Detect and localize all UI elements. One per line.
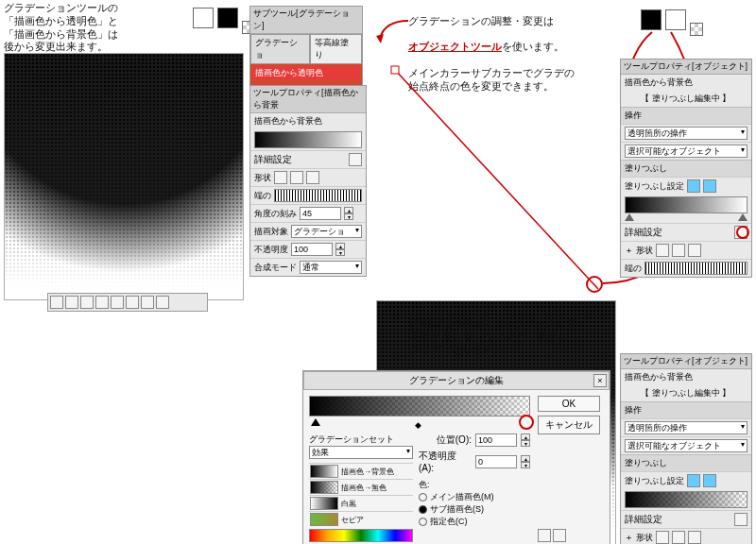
shape-label: 形状 — [254, 172, 271, 184]
opacity-spin[interactable]: ▴▾ — [335, 243, 345, 256]
swatch-white[interactable] — [665, 9, 686, 30]
detail-label[interactable]: 詳細設定 — [254, 153, 292, 166]
gradient-preview-right[interactable] — [625, 196, 747, 213]
stop-start-icon[interactable] — [625, 213, 634, 221]
fillset-btn[interactable] — [687, 474, 700, 487]
edge-label: 端の — [254, 190, 271, 202]
fillset-btn1[interactable] — [687, 179, 700, 193]
gradient-preview-bottom[interactable] — [625, 491, 747, 508]
canvas-left[interactable] — [4, 53, 244, 300]
detail-label2[interactable]: 詳細設定 — [625, 226, 662, 239]
ok-button[interactable]: OK — [538, 396, 600, 412]
shape-opt[interactable] — [656, 531, 669, 544]
preset-rainbow[interactable] — [309, 529, 413, 542]
radio-sub[interactable]: サブ描画色(S) — [430, 503, 484, 516]
item-to-transparent[interactable]: 描画色から透明色 — [250, 64, 362, 82]
edge-options[interactable] — [274, 189, 362, 202]
tool-icon[interactable] — [141, 296, 154, 309]
shape-opt3[interactable] — [306, 171, 319, 184]
opacity-input[interactable] — [291, 243, 333, 256]
shape-opt2[interactable] — [290, 171, 303, 184]
handle-endpoint-circle — [586, 276, 603, 293]
shape-opt[interactable] — [672, 531, 685, 544]
detail-collapse-icon[interactable] — [349, 153, 362, 166]
preset3[interactable]: 白黒 — [341, 499, 356, 509]
stop-end-circle — [736, 226, 749, 239]
stop-end-icon[interactable] — [738, 213, 747, 221]
op-head: 操作 — [621, 107, 751, 124]
fill-head2: 塗りつぶし — [621, 454, 751, 471]
lock-icon[interactable] — [538, 529, 551, 542]
preset4[interactable]: セピア — [341, 515, 364, 525]
swatch-white[interactable] — [193, 8, 214, 28]
shape-label3: 形状 — [636, 532, 653, 544]
dialog-gradient-bar[interactable] — [309, 396, 530, 416]
op-selectable2[interactable]: 選択可能なオブジェクト — [625, 439, 747, 452]
gradient-dialog: グラデーションの編集 × ◆ グラデーションセット 効果 描画色→背景色 描画色 — [302, 370, 610, 544]
objprop-title: 描画色から背景色 — [621, 75, 751, 91]
tool-icon[interactable] — [95, 296, 109, 309]
color-label: 色: — [419, 479, 530, 491]
opacity-label: 不透明度 — [254, 244, 288, 256]
toolprop-header: ツールプロパティ[描画色から背景 — [250, 86, 366, 113]
tool-icon[interactable] — [80, 296, 94, 309]
pos-label: 位置(O): — [437, 434, 472, 447]
fillset-btn[interactable] — [703, 474, 716, 487]
radio-main[interactable]: メイン描画色(M) — [430, 491, 494, 503]
op-transparent[interactable]: 透明箇所の操作 — [625, 127, 747, 140]
color-swatches — [193, 8, 255, 34]
midpoint-icon[interactable]: ◆ — [415, 420, 421, 430]
tool-icon[interactable] — [50, 296, 63, 309]
note-tr-line2: を使います。 — [502, 41, 564, 52]
opa-input[interactable] — [475, 455, 517, 468]
dialog-stop-end-circle — [519, 415, 534, 430]
angle-input[interactable] — [300, 207, 341, 220]
opa-label: 不透明度(A): — [419, 450, 472, 473]
objprop-panel2: ツールプロパティ[オブジェクト] 描画色から背景色 【 塗りつぶし編集中 】 操… — [620, 353, 752, 544]
objprop-title2: 描画色から背景色 — [621, 369, 751, 385]
cancel-button[interactable]: キャンセル — [538, 416, 600, 434]
tool-icon[interactable] — [65, 296, 78, 309]
gradient-preview[interactable] — [254, 131, 362, 148]
effect-dropdown[interactable]: 効果 — [309, 446, 413, 459]
swatch-black[interactable] — [217, 8, 238, 28]
pos-spin[interactable]: ▴▾ — [521, 434, 530, 447]
angle-spin[interactable]: ▴▾ — [344, 207, 353, 220]
swatch-black[interactable] — [641, 9, 662, 30]
detail-collapse-icon[interactable] — [734, 513, 747, 526]
target-dropdown[interactable]: グラデーショ — [291, 225, 362, 238]
objprop-editing: 【 塗りつぶし編集中 】 — [621, 91, 751, 107]
set-label: グラデーションセット — [309, 434, 413, 446]
shape-opt[interactable] — [656, 244, 669, 257]
radio-spec[interactable]: 指定色(C) — [430, 516, 468, 528]
preset1[interactable]: 描画色→背景色 — [341, 467, 394, 477]
tool-icon[interactable] — [156, 296, 169, 309]
shape-opt1[interactable] — [274, 171, 287, 184]
op-selectable[interactable]: 選択可能なオブジェクト — [625, 144, 747, 158]
mode-dropdown[interactable]: 通常 — [300, 261, 362, 274]
shape-opt[interactable] — [688, 531, 701, 544]
edge-options2[interactable] — [644, 262, 747, 275]
gear-icon[interactable] — [553, 529, 566, 542]
preset-column: グラデーションセット 効果 描画色→背景色 描画色→無色 白黒 セピア — [309, 434, 413, 542]
dialog-stop-start[interactable] — [311, 418, 320, 426]
tool-icon[interactable] — [111, 296, 124, 309]
fillset-btn2[interactable] — [703, 179, 716, 193]
fillset-label: 塗りつぶし設定 — [625, 180, 684, 193]
close-icon[interactable]: × — [593, 374, 607, 387]
note-tr-line1: グラデーションの調整・変更は — [408, 15, 554, 26]
tab-gradient[interactable]: グラデーショ — [250, 34, 310, 64]
preset2[interactable]: 描画色→無色 — [341, 483, 387, 493]
shape-opt[interactable] — [672, 244, 685, 257]
note-tr-obj: オブジェクトツール — [408, 41, 502, 52]
shape-opt[interactable] — [688, 244, 701, 257]
tool-icon[interactable] — [126, 296, 139, 309]
op-transparent2[interactable]: 透明箇所の操作 — [625, 421, 747, 434]
objprop-panel: ツールプロパティ[オブジェクト] 描画色から背景色 【 塗りつぶし編集中 】 操… — [620, 59, 752, 278]
pos-input[interactable] — [475, 434, 517, 447]
tab-contour[interactable]: 等高線塗り — [310, 34, 362, 64]
note-bottom: 詳細設定の終点の△をクリックして 不透明度を"0"にすると色→透明の グラデにな… — [410, 317, 637, 356]
swatch-transparent[interactable] — [690, 23, 703, 36]
detail-label3[interactable]: 詳細設定 — [625, 513, 662, 526]
opa-spin[interactable]: ▴▾ — [521, 455, 530, 468]
